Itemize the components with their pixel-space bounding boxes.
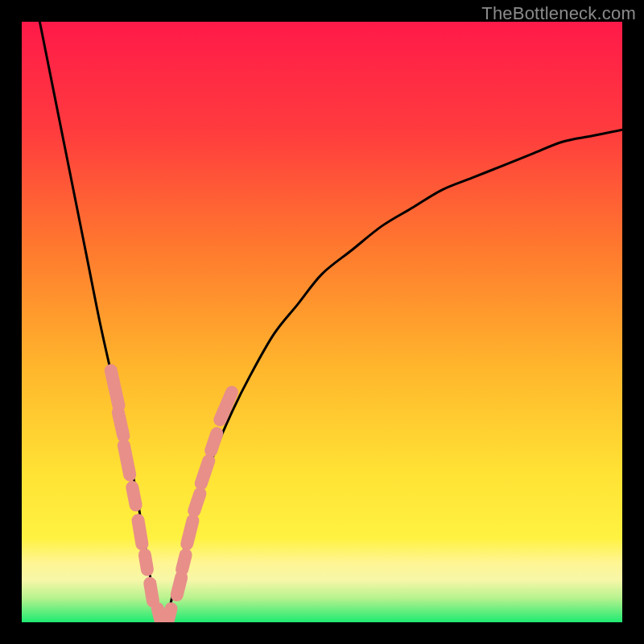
svg-line-5: [145, 555, 147, 569]
curve-marker: [132, 487, 135, 505]
svg-line-0: [111, 370, 119, 406]
watermark-text: TheBottleneck.com: [481, 3, 636, 24]
curve-marker: [177, 577, 181, 595]
curve-marker: [167, 609, 171, 622]
curve-marker: [150, 584, 153, 601]
svg-line-9: [177, 577, 181, 595]
curve-marker: [124, 445, 130, 475]
svg-line-7: [158, 609, 162, 622]
curve-marker: [182, 555, 186, 569]
gradient-background: [22, 22, 622, 622]
curve-marker: [138, 520, 142, 543]
svg-line-8: [167, 609, 171, 622]
curve-marker: [201, 460, 208, 483]
curve-marker: [194, 493, 200, 510]
curve-marker: [211, 434, 217, 451]
svg-line-3: [132, 487, 135, 505]
chart-frame: [22, 22, 622, 622]
svg-line-6: [150, 584, 153, 601]
svg-line-11: [187, 521, 192, 544]
svg-line-13: [201, 460, 208, 483]
svg-line-4: [138, 520, 142, 543]
svg-line-10: [182, 555, 186, 569]
curve-marker: [187, 521, 192, 544]
chart-svg: [22, 22, 622, 622]
svg-line-1: [118, 412, 123, 436]
svg-line-2: [124, 445, 130, 475]
svg-line-12: [194, 493, 200, 510]
svg-line-14: [211, 434, 217, 451]
curve-marker: [158, 609, 162, 622]
curve-marker: [145, 555, 147, 569]
curve-marker: [111, 370, 119, 406]
curve-marker: [118, 412, 123, 436]
